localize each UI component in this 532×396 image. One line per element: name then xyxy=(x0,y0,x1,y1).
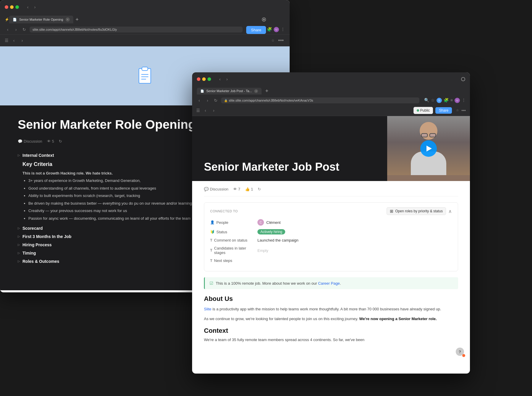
front-star-icon[interactable]: ☆ xyxy=(431,98,435,103)
panel-toggle-icon[interactable]: ☰ xyxy=(5,38,9,43)
public-button[interactable]: Public xyxy=(413,107,433,114)
front-hero-text: Senior Marketer Job Post xyxy=(192,116,387,181)
nextsteps-key: T Next steps xyxy=(210,258,257,263)
minimize-traffic-light[interactable] xyxy=(10,5,14,9)
about-us-heading: About Us xyxy=(204,295,458,303)
front-back-button[interactable]: ‹ xyxy=(217,76,223,82)
text-t3-icon: T xyxy=(210,259,212,263)
bottom-bar xyxy=(387,175,470,181)
front-tab-label: Senior Marketer Job Post - Ta... xyxy=(206,89,252,93)
svg-rect-1 xyxy=(142,67,148,71)
front-url-bar[interactable]: 🔒 slite.slite.com/app/channels/rJB8ebNoI… xyxy=(221,97,419,103)
front-window: ‹ › 📄 Senior Marketer Job Post - Ta... ×… xyxy=(192,72,470,374)
status-value[interactable]: Actively hiring xyxy=(257,229,285,234)
share-button-front[interactable]: Share xyxy=(435,107,452,114)
front-doc-title: Senior Marketer Job Post xyxy=(204,160,375,174)
close-tab-button[interactable]: × xyxy=(66,17,70,22)
front-addr-back[interactable]: ‹ xyxy=(196,97,202,103)
front-ext-icon: S xyxy=(437,98,442,103)
forward-nav-button[interactable]: › xyxy=(32,4,38,10)
front-lines-icon[interactable]: ≡ xyxy=(450,98,453,103)
front-close-light[interactable] xyxy=(197,77,200,81)
table-name-label: Open roles by priority & status xyxy=(395,209,443,213)
connected-row-comment: T Comment on status Launched the campaig… xyxy=(210,238,452,242)
play-triangle-icon xyxy=(426,146,432,151)
triangle-icon: ▷ xyxy=(18,226,20,230)
new-tab-button[interactable]: + xyxy=(76,17,79,23)
back-tab-bar: ⚡ 📄 Senior Marketer Role Opening × + xyxy=(0,14,290,25)
slite-link[interactable]: Slite xyxy=(204,307,211,311)
more-menu-icon[interactable]: ⋮ xyxy=(281,27,285,32)
toolbar-back-button[interactable]: ‹ xyxy=(11,38,17,43)
checkmark-icon: ☑ xyxy=(210,281,213,286)
front-maximize-light[interactable] xyxy=(207,77,211,81)
collapse-section-button[interactable]: ∧ xyxy=(448,208,452,214)
comment-value[interactable]: Launched the campaign xyxy=(257,238,299,242)
front-likes-count[interactable]: 👍 1 xyxy=(245,187,253,191)
remote-job-note: ☑ This is a 100% remote job. More about … xyxy=(204,277,458,289)
front-addr-fwd[interactable]: › xyxy=(205,97,210,103)
front-views-count: 👁 7 xyxy=(233,187,240,191)
front-close-tab-button[interactable]: × xyxy=(254,89,258,93)
text-t-icon: T xyxy=(210,238,212,242)
about-us-para1: Slite is a productivity app with the mis… xyxy=(204,306,458,312)
back-addr-back[interactable]: ‹ xyxy=(5,27,11,32)
front-record-indicator xyxy=(461,77,465,81)
front-addr-refresh[interactable]: ↻ xyxy=(213,97,219,103)
puzzle-icon[interactable]: 🧩 xyxy=(267,27,272,32)
front-tab[interactable]: 📄 Senior Marketer Job Post - Ta... × xyxy=(197,88,262,94)
open-table-button[interactable]: ⊞ Open roles by priority & status xyxy=(387,207,446,215)
star-back-icon[interactable]: ☆ xyxy=(271,38,275,43)
front-addressbar: ‹ › ↻ 🔒 slite.slite.com/app/channels/rJB… xyxy=(192,96,470,105)
discussion-icon: 💬 xyxy=(18,139,22,144)
candidates-value[interactable]: Empty xyxy=(257,248,268,253)
front-new-tab-button[interactable]: + xyxy=(265,88,268,94)
front-more-icon[interactable]: ⋮ xyxy=(462,98,466,103)
front-traffic-lights xyxy=(197,77,211,81)
front-eye-icon: 👁 xyxy=(233,187,237,191)
front-hero: Senior Marketer Job Post xyxy=(192,116,470,181)
candidates-key: T Candidates in later stages xyxy=(210,246,257,255)
back-addr-fwd[interactable]: › xyxy=(13,27,19,32)
front-toolbar-fwd[interactable]: › xyxy=(211,107,217,113)
back-titlebar: ‹ › xyxy=(0,0,290,14)
about-us-para2: As we continue to grow, we're looking fo… xyxy=(204,316,458,322)
user-avatar[interactable]: U xyxy=(274,27,279,32)
front-search-icon[interactable]: 🔍 xyxy=(424,98,429,103)
front-panel-icon[interactable]: ☰ xyxy=(196,108,200,113)
person-icon: 👤 xyxy=(210,220,215,224)
front-star-toolbar-icon[interactable]: ☆ xyxy=(456,108,459,112)
front-minimize-light[interactable] xyxy=(202,77,206,81)
toolbar-fwd-button[interactable]: › xyxy=(19,38,25,43)
more-options-button-back[interactable]: ••• xyxy=(277,36,285,45)
front-toolbar-back[interactable]: ‹ xyxy=(202,107,208,113)
career-page-link[interactable]: Career Page xyxy=(318,281,340,286)
record-indicator xyxy=(262,17,266,22)
front-refresh-icon[interactable]: ↻ xyxy=(258,187,261,191)
front-user-avatar[interactable]: U xyxy=(455,98,460,103)
front-titlebar: ‹ › xyxy=(192,72,470,86)
front-forward-button[interactable]: › xyxy=(224,76,230,82)
shield-icon: 🔰 xyxy=(210,230,215,234)
thumbsup-icon: 👍 xyxy=(245,187,250,191)
front-tab-area: 📄 Senior Marketer Job Post - Ta... × + xyxy=(192,86,470,96)
back-nav-button[interactable]: ‹ xyxy=(25,4,31,10)
eye-icon: 👁 xyxy=(47,139,51,144)
back-url-bar[interactable]: slite.slite.com/app/channels/rJB8ebNoI/n… xyxy=(30,27,243,32)
close-traffic-light[interactable] xyxy=(5,5,8,9)
front-puzzle-icon[interactable]: 🧩 xyxy=(444,98,449,103)
share-button-back[interactable]: Share xyxy=(246,26,266,34)
people-value[interactable]: C Clément xyxy=(257,219,280,226)
front-hero-video[interactable] xyxy=(387,116,470,181)
back-addr-refresh[interactable]: ↻ xyxy=(21,27,27,32)
front-discussion-link[interactable]: 💬 Discussion xyxy=(204,187,228,191)
maximize-traffic-light[interactable] xyxy=(15,5,19,9)
public-label: Public xyxy=(420,108,430,113)
table-icon: ⊞ xyxy=(390,209,393,214)
play-button[interactable] xyxy=(420,140,437,157)
front-more-toolbar-icon[interactable]: ••• xyxy=(461,108,466,113)
discussion-link[interactable]: 💬 Discussion xyxy=(18,139,42,144)
back-tab[interactable]: 📄 Senior Marketer Role Opening × xyxy=(9,16,73,23)
back-tab-label: Senior Marketer Role Opening xyxy=(19,18,63,21)
refresh-icon[interactable]: ↻ xyxy=(59,139,62,144)
